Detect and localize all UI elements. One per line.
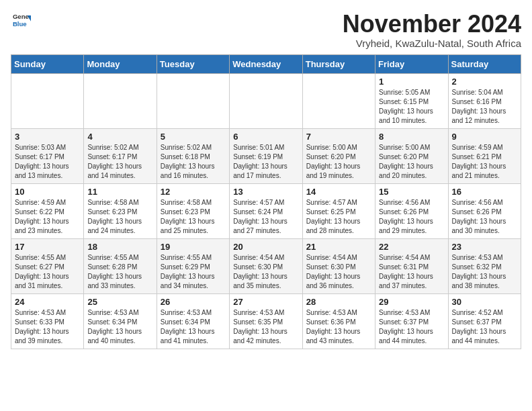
calendar: SundayMondayTuesdayWednesdayThursdayFrid… xyxy=(11,54,521,349)
svg-text:Blue: Blue xyxy=(13,20,27,28)
day-info: Sunrise: 4:53 AMSunset: 6:35 PMDaylight:… xyxy=(233,308,298,346)
calendar-day-cell: 28Sunrise: 4:53 AMSunset: 6:36 PMDayligh… xyxy=(302,293,375,349)
day-info: Sunrise: 4:58 AMSunset: 6:23 PMDaylight:… xyxy=(87,198,152,236)
day-number: 6 xyxy=(233,132,298,142)
day-of-week-header: Monday xyxy=(84,54,157,73)
day-info: Sunrise: 4:57 AMSunset: 6:24 PMDaylight:… xyxy=(233,198,298,236)
day-info: Sunrise: 4:58 AMSunset: 6:23 PMDaylight:… xyxy=(161,198,226,236)
day-of-week-header: Saturday xyxy=(448,54,521,73)
calendar-day-cell: 29Sunrise: 4:53 AMSunset: 6:37 PMDayligh… xyxy=(375,293,448,349)
calendar-day-cell: 13Sunrise: 4:57 AMSunset: 6:24 PMDayligh… xyxy=(230,183,302,238)
calendar-day-cell: 26Sunrise: 4:53 AMSunset: 6:34 PMDayligh… xyxy=(157,293,229,349)
day-number: 16 xyxy=(452,187,517,197)
day-info: Sunrise: 4:54 AMSunset: 6:30 PMDaylight:… xyxy=(233,253,298,291)
day-info: Sunrise: 5:04 AMSunset: 6:16 PMDaylight:… xyxy=(452,88,517,126)
day-number: 5 xyxy=(161,132,226,142)
calendar-day-cell: 30Sunrise: 4:52 AMSunset: 6:37 PMDayligh… xyxy=(448,293,521,349)
day-number: 18 xyxy=(87,242,152,252)
calendar-week-row: 3Sunrise: 5:03 AMSunset: 6:17 PMDaylight… xyxy=(11,128,521,183)
month-title: November 2024 xyxy=(343,11,521,38)
calendar-day-cell: 6Sunrise: 5:01 AMSunset: 6:19 PMDaylight… xyxy=(230,128,302,183)
day-number: 30 xyxy=(452,297,517,307)
day-number: 12 xyxy=(161,187,226,197)
day-info: Sunrise: 4:52 AMSunset: 6:37 PMDaylight:… xyxy=(452,308,517,346)
day-info: Sunrise: 4:53 AMSunset: 6:37 PMDaylight:… xyxy=(379,308,444,346)
calendar-day-cell: 8Sunrise: 5:00 AMSunset: 6:20 PMDaylight… xyxy=(375,128,448,183)
day-number: 23 xyxy=(452,242,517,252)
calendar-day-cell: 14Sunrise: 4:57 AMSunset: 6:25 PMDayligh… xyxy=(302,183,375,238)
day-info: Sunrise: 5:02 AMSunset: 6:18 PMDaylight:… xyxy=(161,143,226,181)
day-info: Sunrise: 5:03 AMSunset: 6:17 PMDaylight:… xyxy=(15,143,80,181)
calendar-day-cell: 10Sunrise: 4:59 AMSunset: 6:22 PMDayligh… xyxy=(11,183,84,238)
calendar-day-cell xyxy=(157,73,229,128)
calendar-day-cell: 22Sunrise: 4:54 AMSunset: 6:31 PMDayligh… xyxy=(375,238,448,293)
calendar-header-row: SundayMondayTuesdayWednesdayThursdayFrid… xyxy=(11,54,521,73)
calendar-day-cell: 19Sunrise: 4:55 AMSunset: 6:29 PMDayligh… xyxy=(157,238,229,293)
day-number: 11 xyxy=(87,187,152,197)
day-info: Sunrise: 4:59 AMSunset: 6:21 PMDaylight:… xyxy=(452,143,517,181)
day-number: 19 xyxy=(161,242,226,252)
calendar-week-row: 17Sunrise: 4:55 AMSunset: 6:27 PMDayligh… xyxy=(11,238,521,293)
calendar-day-cell: 23Sunrise: 4:53 AMSunset: 6:32 PMDayligh… xyxy=(448,238,521,293)
day-info: Sunrise: 5:02 AMSunset: 6:17 PMDaylight:… xyxy=(87,143,152,181)
day-of-week-header: Thursday xyxy=(302,54,375,73)
day-info: Sunrise: 5:00 AMSunset: 6:20 PMDaylight:… xyxy=(379,143,444,181)
day-info: Sunrise: 4:53 AMSunset: 6:32 PMDaylight:… xyxy=(452,253,517,291)
day-info: Sunrise: 4:56 AMSunset: 6:26 PMDaylight:… xyxy=(379,198,444,236)
day-info: Sunrise: 4:53 AMSunset: 6:34 PMDaylight:… xyxy=(161,308,226,346)
day-info: Sunrise: 4:57 AMSunset: 6:25 PMDaylight:… xyxy=(306,198,371,236)
calendar-day-cell: 2Sunrise: 5:04 AMSunset: 6:16 PMDaylight… xyxy=(448,73,521,128)
logo: General Blue xyxy=(11,11,31,32)
day-of-week-header: Friday xyxy=(375,54,448,73)
calendar-day-cell xyxy=(230,73,302,128)
calendar-day-cell xyxy=(11,73,84,128)
day-of-week-header: Tuesday xyxy=(157,54,229,73)
day-number: 7 xyxy=(306,132,371,142)
day-info: Sunrise: 5:01 AMSunset: 6:19 PMDaylight:… xyxy=(233,143,298,181)
calendar-week-row: 24Sunrise: 4:53 AMSunset: 6:33 PMDayligh… xyxy=(11,293,521,349)
calendar-day-cell: 18Sunrise: 4:55 AMSunset: 6:28 PMDayligh… xyxy=(84,238,157,293)
day-info: Sunrise: 4:55 AMSunset: 6:27 PMDaylight:… xyxy=(15,253,80,291)
day-number: 20 xyxy=(233,242,298,252)
day-info: Sunrise: 4:54 AMSunset: 6:30 PMDaylight:… xyxy=(306,253,371,291)
day-number: 25 xyxy=(87,297,152,307)
calendar-day-cell: 21Sunrise: 4:54 AMSunset: 6:30 PMDayligh… xyxy=(302,238,375,293)
day-number: 17 xyxy=(15,242,80,252)
calendar-day-cell: 20Sunrise: 4:54 AMSunset: 6:30 PMDayligh… xyxy=(230,238,302,293)
calendar-day-cell: 3Sunrise: 5:03 AMSunset: 6:17 PMDaylight… xyxy=(11,128,84,183)
calendar-day-cell: 17Sunrise: 4:55 AMSunset: 6:27 PMDayligh… xyxy=(11,238,84,293)
calendar-day-cell: 16Sunrise: 4:56 AMSunset: 6:26 PMDayligh… xyxy=(448,183,521,238)
calendar-week-row: 1Sunrise: 5:05 AMSunset: 6:15 PMDaylight… xyxy=(11,73,521,128)
day-info: Sunrise: 4:53 AMSunset: 6:36 PMDaylight:… xyxy=(306,308,371,346)
calendar-day-cell: 4Sunrise: 5:02 AMSunset: 6:17 PMDaylight… xyxy=(84,128,157,183)
day-info: Sunrise: 5:05 AMSunset: 6:15 PMDaylight:… xyxy=(379,88,444,126)
calendar-day-cell xyxy=(302,73,375,128)
day-info: Sunrise: 4:53 AMSunset: 6:34 PMDaylight:… xyxy=(87,308,152,346)
day-number: 9 xyxy=(452,132,517,142)
calendar-day-cell xyxy=(84,73,157,128)
day-number: 29 xyxy=(379,297,444,307)
day-number: 8 xyxy=(379,132,444,142)
calendar-week-row: 10Sunrise: 4:59 AMSunset: 6:22 PMDayligh… xyxy=(11,183,521,238)
day-info: Sunrise: 4:53 AMSunset: 6:33 PMDaylight:… xyxy=(15,308,80,346)
calendar-day-cell: 12Sunrise: 4:58 AMSunset: 6:23 PMDayligh… xyxy=(157,183,229,238)
calendar-day-cell: 1Sunrise: 5:05 AMSunset: 6:15 PMDaylight… xyxy=(375,73,448,128)
day-number: 22 xyxy=(379,242,444,252)
day-info: Sunrise: 4:56 AMSunset: 6:26 PMDaylight:… xyxy=(452,198,517,236)
calendar-day-cell: 7Sunrise: 5:00 AMSunset: 6:20 PMDaylight… xyxy=(302,128,375,183)
calendar-day-cell: 24Sunrise: 4:53 AMSunset: 6:33 PMDayligh… xyxy=(11,293,84,349)
day-number: 3 xyxy=(15,132,80,142)
day-number: 10 xyxy=(15,187,80,197)
day-number: 13 xyxy=(233,187,298,197)
day-number: 21 xyxy=(306,242,371,252)
day-number: 14 xyxy=(306,187,371,197)
day-number: 28 xyxy=(306,297,371,307)
calendar-day-cell: 9Sunrise: 4:59 AMSunset: 6:21 PMDaylight… xyxy=(448,128,521,183)
logo-icon: General Blue xyxy=(12,11,31,30)
calendar-day-cell: 5Sunrise: 5:02 AMSunset: 6:18 PMDaylight… xyxy=(157,128,229,183)
calendar-day-cell: 25Sunrise: 4:53 AMSunset: 6:34 PMDayligh… xyxy=(84,293,157,349)
day-info: Sunrise: 4:59 AMSunset: 6:22 PMDaylight:… xyxy=(15,198,80,236)
day-number: 15 xyxy=(379,187,444,197)
day-info: Sunrise: 5:00 AMSunset: 6:20 PMDaylight:… xyxy=(306,143,371,181)
day-info: Sunrise: 4:55 AMSunset: 6:29 PMDaylight:… xyxy=(161,253,226,291)
